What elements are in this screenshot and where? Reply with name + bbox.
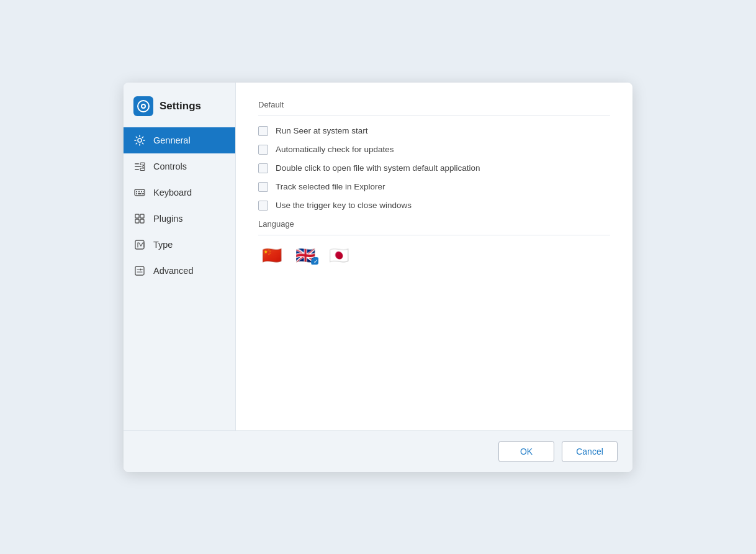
checkbox-label-double-click: Double click to open file with system de…: [276, 163, 480, 173]
checkbox-label-auto-check: Automatically check for updates: [276, 145, 394, 154]
plugins-icon: [133, 212, 146, 225]
svg-rect-17: [138, 193, 142, 194]
svg-rect-7: [140, 163, 145, 165]
svg-point-3: [138, 138, 142, 142]
flag-jp[interactable]: 🇯🇵: [325, 245, 353, 265]
gear-icon: [133, 134, 146, 147]
dialog-body: Settings Genneral: [124, 83, 632, 430]
svg-rect-23: [135, 266, 144, 275]
app-logo: [133, 96, 153, 116]
svg-rect-13: [141, 191, 142, 192]
default-section: Default Run Seer at system start Automat…: [258, 100, 610, 211]
svg-rect-11: [136, 191, 137, 192]
main-content: Default Run Seer at system start Automat…: [235, 83, 632, 430]
sidebar-item-type[interactable]: Type: [124, 232, 235, 258]
ok-button[interactable]: OK: [498, 441, 554, 462]
svg-rect-18: [135, 214, 139, 218]
svg-rect-8: [143, 165, 145, 168]
language-flags: 🇨🇳 🇬🇧 ✓ 🇯🇵: [258, 245, 610, 265]
cancel-button[interactable]: Cancel: [562, 441, 618, 462]
checkbox-double-click[interactable]: [258, 163, 268, 173]
svg-rect-24: [140, 268, 142, 270]
language-section-label: Language: [258, 219, 610, 229]
sidebar-header: Settings: [124, 83, 235, 127]
sidebar-item-keyboard[interactable]: Keyboard: [124, 179, 235, 206]
flag-cn[interactable]: 🇨🇳: [258, 245, 286, 265]
checkbox-label-trigger-key: Use the trigger key to close windows: [276, 201, 412, 210]
sidebar-item-plugins[interactable]: Plugins: [124, 206, 235, 232]
sidebar-item-advanced[interactable]: Advanced: [124, 258, 235, 284]
language-divider: [258, 235, 610, 235]
checkbox-label-track-file: Track selected file in Explorer: [276, 182, 385, 191]
svg-point-2: [142, 105, 145, 107]
sidebar-title: Settings: [160, 100, 201, 112]
sidebar-item-general-label: Genneral: [153, 135, 191, 145]
default-section-label: Default: [258, 100, 610, 109]
checkbox-auto-check[interactable]: [258, 145, 268, 155]
checkbox-label-run-seer: Run Seer at system start: [276, 126, 368, 135]
dialog-footer: OK Cancel: [124, 430, 632, 472]
svg-rect-12: [138, 191, 140, 192]
svg-rect-15: [136, 193, 137, 194]
checkbox-row-trigger-key: Use the trigger key to close windows: [258, 201, 610, 211]
checkbox-track-file[interactable]: [258, 182, 268, 192]
sidebar-item-controls-label: Controls: [153, 161, 187, 171]
checkbox-run-seer[interactable]: [258, 126, 268, 136]
svg-rect-6: [135, 169, 139, 170]
sidebar-item-type-label: Type: [153, 240, 173, 250]
settings-dialog: Settings Genneral: [124, 83, 632, 472]
checkbox-row-double-click: Double click to open file with system de…: [258, 163, 610, 173]
language-section: Language 🇨🇳 🇬🇧 ✓ 🇯🇵: [258, 219, 610, 265]
sidebar-item-advanced-label: Advanced: [153, 266, 194, 276]
checkbox-row-auto-check: Automatically check for updates: [258, 145, 610, 155]
sidebar-nav: Genneral Controls: [124, 127, 235, 284]
default-divider: [258, 116, 610, 116]
svg-rect-5: [135, 166, 142, 167]
sidebar-item-controls[interactable]: Controls: [124, 153, 235, 179]
checkbox-row-track-file: Track selected file in Explorer: [258, 182, 610, 192]
svg-rect-14: [143, 191, 144, 192]
svg-rect-22: [135, 240, 144, 249]
sidebar-item-plugins-label: Plugins: [153, 214, 183, 224]
type-icon: [133, 238, 146, 251]
flag-en-check: ✓: [311, 257, 319, 265]
svg-rect-4: [135, 163, 139, 165]
advanced-icon: [133, 265, 146, 277]
sidebar-item-keyboard-label: Keyboard: [153, 188, 192, 198]
svg-rect-16: [142, 193, 144, 194]
sidebar: Settings Genneral: [124, 83, 235, 430]
keyboard-icon: [133, 186, 146, 199]
controls-icon: [133, 160, 146, 173]
checkbox-trigger-key[interactable]: [258, 201, 268, 211]
svg-rect-21: [140, 219, 144, 223]
svg-rect-20: [135, 219, 139, 223]
svg-rect-10: [135, 189, 145, 196]
flag-en[interactable]: 🇬🇧 ✓: [292, 245, 319, 265]
checkbox-row-run-seer: Run Seer at system start: [258, 126, 610, 136]
svg-rect-9: [140, 168, 145, 171]
sidebar-item-general[interactable]: Genneral: [124, 127, 235, 153]
svg-rect-19: [140, 214, 144, 218]
